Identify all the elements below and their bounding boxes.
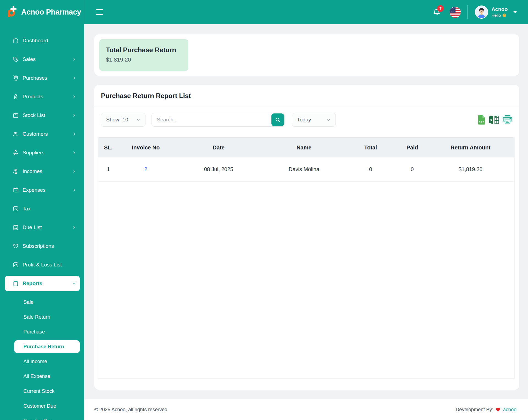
chevron-down-icon <box>136 117 141 122</box>
sidebar-item-incomes[interactable]: Incomes <box>5 165 80 178</box>
brand[interactable]: Acnoo Pharmacy <box>0 0 84 24</box>
sidebar-item-purchases[interactable]: Purchases <box>5 72 80 84</box>
user-menu[interactable]: Acnoo Hello <box>475 5 517 19</box>
excel-export-button[interactable]: X <box>489 115 499 124</box>
sidebar-item-tax[interactable]: Tax <box>5 202 80 215</box>
date-filter-select[interactable]: Today <box>292 113 336 127</box>
sidebar-item-stock-list[interactable]: Stock List <box>5 109 80 122</box>
chart-icon <box>12 262 19 268</box>
sidebar-subitem-label: Customer Due <box>23 403 56 409</box>
developer-link[interactable]: acnoo <box>503 407 516 413</box>
sidebar-item-label: Incomes <box>23 168 42 174</box>
duelist-icon <box>12 224 19 231</box>
sidebar-subitem-purchase[interactable]: Purchase <box>14 326 80 338</box>
sidebar-subitem-label: Current Stock <box>23 388 54 394</box>
footer: © 2025 Acnoo, all rights reserved. Devel… <box>84 399 528 420</box>
sidebar-item-label: Profit & Loss List <box>23 262 62 268</box>
menu-toggle-button[interactable] <box>95 6 104 18</box>
excel-file-icon: X <box>489 115 499 124</box>
sidebar-item-suppliers[interactable]: Suppliers <box>5 146 80 159</box>
language-flag-button[interactable] <box>450 7 461 18</box>
chevron-right-icon <box>72 132 76 136</box>
column-header-invoice-no: Invoice No <box>119 144 173 151</box>
sidebar-item-label: Tax <box>23 206 31 212</box>
brand-name: Acnoo Pharmacy <box>21 8 81 16</box>
table-cell: $1,819.20 <box>427 166 514 173</box>
table-row: 1208 Jul, 2025Davis Molina00$1,819.20 <box>98 157 514 182</box>
sidebar-item-dashboard[interactable]: Dashboard <box>5 34 80 47</box>
sidebar-subitem-all-income[interactable]: All Income <box>14 355 80 368</box>
print-button[interactable] <box>502 115 513 124</box>
sidebar-item-due-list[interactable]: Due List <box>5 221 80 234</box>
sidebar-item-profit-loss-list[interactable]: Profit & Loss List <box>5 258 80 271</box>
wallet-icon <box>12 187 19 193</box>
sidebar-subitem-label: Sale Return <box>23 314 50 320</box>
sidebar-item-label: Customers <box>23 131 48 137</box>
table-cell: Davis Molina <box>265 166 344 173</box>
sidebar-subitem-all-expense[interactable]: All Expense <box>14 370 80 383</box>
sidebar-subitem-supplier-due[interactable]: Supplier Due <box>14 415 80 420</box>
total-purchase-return-card: Total Purchase Return $1,819.20 <box>99 39 188 71</box>
sidebar-item-expenses[interactable]: Expenses <box>5 184 80 196</box>
copyright-text: © 2025 Acnoo, all rights reserved. <box>94 407 169 413</box>
sidebar-subitem-label: Sale <box>23 299 34 305</box>
sidebar-item-label: Due List <box>23 224 42 230</box>
chevron-down-icon <box>513 11 517 13</box>
invoice-link[interactable]: 2 <box>119 166 173 173</box>
stat-title: Total Purchase Return <box>106 46 188 54</box>
sidebar-subitem-label: Purchase <box>23 329 45 335</box>
cart-icon <box>12 75 19 81</box>
table-header: SL.Invoice NoDateNameTotalPaidReturn Amo… <box>98 138 514 157</box>
summary-card: Total Purchase Return $1,819.20 <box>94 34 519 76</box>
table-body: 1208 Jul, 2025Davis Molina00$1,819.20 <box>98 157 514 182</box>
wave-hand-icon <box>502 13 507 18</box>
heart-icon <box>496 407 501 412</box>
sidebar-subitem-label: All Expense <box>23 373 50 379</box>
table-cell: 1 <box>98 166 119 173</box>
sidebar-subitem-customer-due[interactable]: Customer Due <box>14 400 80 412</box>
sidebar-item-label: Purchases <box>23 75 47 81</box>
column-header-sl: SL. <box>98 144 119 151</box>
sidebar-item-customers[interactable]: Customers <box>5 128 80 140</box>
us-flag-icon <box>450 7 461 18</box>
sidebar-item-label: Stock List <box>23 112 45 118</box>
sidebar: Acnoo Pharmacy DashboardSalesPurchasesPr… <box>0 0 84 420</box>
notification-button[interactable]: 7 <box>433 8 441 16</box>
search-button[interactable] <box>271 113 284 126</box>
stat-value: $1,819.20 <box>106 56 188 63</box>
sidebar-item-subscriptions[interactable]: Subscriptions <box>5 240 80 252</box>
chevron-right-icon <box>72 76 76 80</box>
column-header-return-amount: Return Amount <box>427 144 514 151</box>
chevron-right-icon <box>72 169 76 174</box>
income-icon <box>12 168 19 175</box>
sidebar-subitem-label: Supplier Due <box>23 418 53 420</box>
sidebar-item-reports[interactable]: Reports <box>5 276 80 291</box>
chevron-right-icon <box>72 151 76 155</box>
supplier-icon <box>12 149 19 156</box>
chevron-right-icon <box>72 57 76 62</box>
sidebar-subitem-sale-return[interactable]: Sale Return <box>14 311 80 323</box>
chevron-down-icon <box>326 117 331 122</box>
sidebar-subitem-purchase-return[interactable]: Purchase Return <box>14 340 80 353</box>
chevron-right-icon <box>72 188 76 192</box>
search-input[interactable] <box>152 113 285 127</box>
avatar <box>475 5 488 19</box>
sidebar-nav: DashboardSalesPurchasesProductsStock Lis… <box>0 24 84 420</box>
user-name: Acnoo <box>491 6 508 13</box>
topbar: 7 <box>84 0 528 24</box>
table-controls: Show- 10 Today <box>94 107 519 127</box>
csv-file-icon: CSV <box>477 115 485 125</box>
csv-export-button[interactable]: CSV <box>477 115 485 125</box>
user-greeting: Hello <box>491 13 501 18</box>
header-divider <box>468 5 468 19</box>
column-header-total: Total <box>343 144 398 151</box>
sidebar-item-products[interactable]: Products <box>5 90 80 103</box>
export-buttons: CSV X <box>477 115 513 125</box>
sidebar-subitem-current-stock[interactable]: Current Stock <box>14 385 80 397</box>
page-title: Purchase Return Report List <box>101 92 191 100</box>
users-icon <box>12 131 19 137</box>
show-entries-select[interactable]: Show- 10 <box>101 113 145 127</box>
sidebar-subitem-sale[interactable]: Sale <box>14 296 80 308</box>
sidebar-item-sales[interactable]: Sales <box>5 53 80 66</box>
shield-icon <box>12 243 19 249</box>
